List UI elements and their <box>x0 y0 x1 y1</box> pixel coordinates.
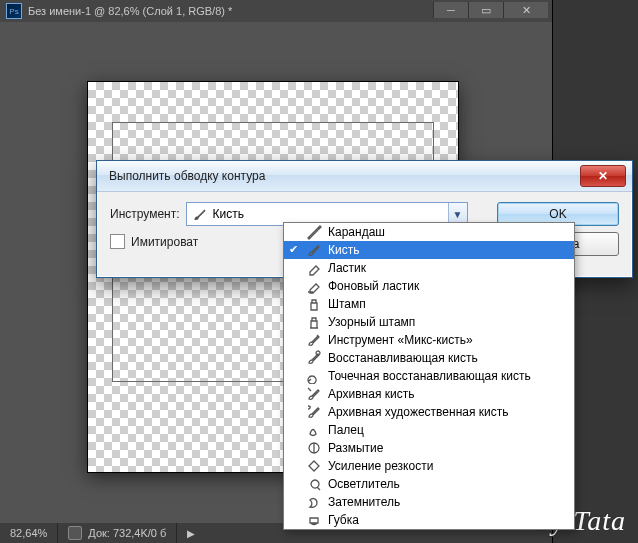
tool-option[interactable]: ✔Усиление резкости <box>284 457 574 475</box>
tool-icon <box>306 404 322 420</box>
tool-option-label: Фоновый ластик <box>328 279 419 293</box>
tool-option-label: Затемнитель <box>328 495 400 509</box>
tool-option-label: Точечная восстанавливающая кисть <box>328 369 531 383</box>
tool-dropdown[interactable]: ✔Карандаш✔Кисть✔Ластик✔Фоновый ластик✔Шт… <box>283 222 575 530</box>
tool-icon <box>306 278 322 294</box>
tool-option[interactable]: ✔Узорный штамп <box>284 313 574 331</box>
zoom-value: 82,64% <box>10 527 47 539</box>
tool-option-label: Губка <box>328 513 359 527</box>
doc-info-value: Док: 732,4K/0 б <box>88 527 166 539</box>
tool-option[interactable]: ✔Губка <box>284 511 574 529</box>
tool-option-label: Восстанавливающая кисть <box>328 351 478 365</box>
tool-option[interactable]: ✔Палец <box>284 421 574 439</box>
dialog-close-button[interactable]: ✕ <box>580 165 626 187</box>
simulate-label: Имитироват <box>131 235 198 249</box>
document-title: Без имени-1 @ 82,6% (Слой 1, RGB/8) * <box>28 5 232 17</box>
tool-option[interactable]: ✔Ластик <box>284 259 574 277</box>
tool-option[interactable]: ✔Архивная художественная кисть <box>284 403 574 421</box>
tool-icon <box>306 458 322 474</box>
brush-icon <box>191 205 209 223</box>
doc-info-field[interactable]: Док: 732,4K/0 б <box>58 523 177 543</box>
tool-option[interactable]: ✔Затемнитель <box>284 493 574 511</box>
tool-option-label: Штамп <box>328 297 366 311</box>
dialog-titlebar[interactable]: Выполнить обводку контура ✕ <box>97 161 632 192</box>
window-buttons: ─ ▭ ✕ <box>433 2 548 18</box>
ps-logo-icon: Ps <box>6 3 22 19</box>
tool-option[interactable]: ✔Размытие <box>284 439 574 457</box>
dialog-title: Выполнить обводку контура <box>109 169 265 183</box>
tool-icon <box>306 314 322 330</box>
tool-option-label: Ластик <box>328 261 366 275</box>
tool-icon <box>306 422 322 438</box>
tool-option[interactable]: ✔Восстанавливающая кисть <box>284 349 574 367</box>
tool-icon <box>306 332 322 348</box>
tool-option-label: Карандаш <box>328 225 385 239</box>
tool-option-label: Усиление резкости <box>328 459 433 473</box>
tool-option[interactable]: ✔Карандаш <box>284 223 574 241</box>
check-icon: ✔ <box>289 243 301 255</box>
tool-option[interactable]: ✔Штамп <box>284 295 574 313</box>
tool-icon <box>306 440 322 456</box>
tool-icon <box>306 296 322 312</box>
tool-icon <box>306 386 322 402</box>
tool-icon <box>306 260 322 276</box>
tool-option[interactable]: ✔Осветлитель <box>284 475 574 493</box>
tool-combo-value: Кисть <box>213 207 448 221</box>
tool-option[interactable]: ✔Фоновый ластик <box>284 277 574 295</box>
tool-option[interactable]: ✔Кисть <box>284 241 574 259</box>
tool-option-label: Узорный штамп <box>328 315 415 329</box>
document-titlebar[interactable]: Ps Без имени-1 @ 82,6% (Слой 1, RGB/8) *… <box>0 0 552 22</box>
instrument-label: Инструмент: <box>110 207 180 221</box>
tool-icon <box>306 224 322 240</box>
doc-info-icon <box>68 526 82 540</box>
tool-icon <box>306 476 322 492</box>
tool-option-label: Архивная кисть <box>328 387 414 401</box>
tool-option[interactable]: ✔Точечная восстанавливающая кисть <box>284 367 574 385</box>
tool-icon <box>306 494 322 510</box>
zoom-field[interactable]: 82,64% <box>0 523 58 543</box>
tool-option-label: Осветлитель <box>328 477 400 491</box>
tool-option[interactable]: ✔Архивная кисть <box>284 385 574 403</box>
tool-option[interactable]: ✔Инструмент «Микс-кисть» <box>284 331 574 349</box>
ok-button-label: OK <box>549 207 566 221</box>
minimize-button[interactable]: ─ <box>433 2 468 18</box>
tool-icon <box>306 368 322 384</box>
tool-option-label: Палец <box>328 423 364 437</box>
tool-icon <box>306 350 322 366</box>
tool-icon <box>306 512 322 528</box>
tool-option-label: Архивная художественная кисть <box>328 405 508 419</box>
close-button[interactable]: ✕ <box>503 2 548 18</box>
simulate-checkbox[interactable] <box>110 234 125 249</box>
tool-icon <box>306 242 322 258</box>
tool-option-label: Размытие <box>328 441 383 455</box>
maximize-button[interactable]: ▭ <box>468 2 503 18</box>
tool-option-label: Инструмент «Микс-кисть» <box>328 333 473 347</box>
tool-option-label: Кисть <box>328 243 359 257</box>
